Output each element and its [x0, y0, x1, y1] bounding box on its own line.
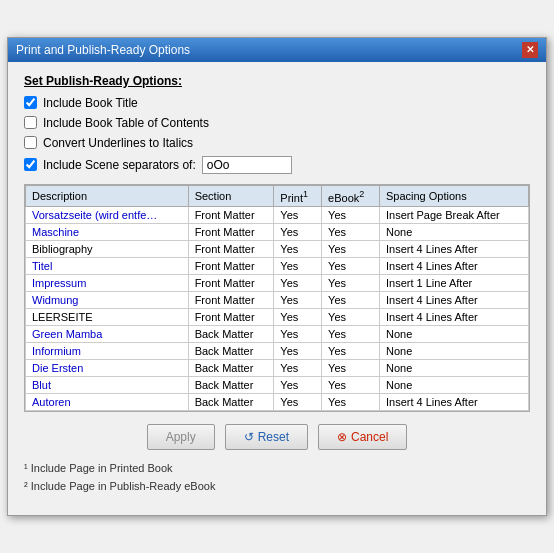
table-body: Vorsatzseite (wird entfe… Front Matter Y… — [26, 207, 529, 411]
dialog-content: Set Publish-Ready Options: Include Book … — [8, 62, 546, 516]
checkbox-include-book-title[interactable] — [24, 96, 37, 109]
cell-print: Yes — [274, 292, 322, 309]
cell-description: Informium — [26, 343, 189, 360]
checkbox-include-toc[interactable] — [24, 116, 37, 129]
col-header-spacing: Spacing Options — [379, 185, 528, 207]
col-header-section: Section — [188, 185, 274, 207]
cell-section: Front Matter — [188, 207, 274, 224]
cancel-icon: ⊗ — [337, 430, 347, 444]
options-table-container: Description Section Print1 eBook2 Spacin… — [24, 184, 530, 413]
cell-spacing: Insert 4 Lines After — [379, 394, 528, 411]
cell-spacing: None — [379, 377, 528, 394]
cell-section: Front Matter — [188, 309, 274, 326]
cell-ebook: Yes — [322, 207, 380, 224]
apply-button[interactable]: Apply — [147, 424, 215, 450]
cell-print: Yes — [274, 275, 322, 292]
checkbox-convert-underlines[interactable] — [24, 136, 37, 149]
cell-ebook: Yes — [322, 292, 380, 309]
cell-print: Yes — [274, 360, 322, 377]
reset-button[interactable]: ↺ Reset — [225, 424, 308, 450]
cell-ebook: Yes — [322, 360, 380, 377]
cell-print: Yes — [274, 309, 322, 326]
cell-description: Impressum — [26, 275, 189, 292]
cell-print: Yes — [274, 241, 322, 258]
close-button[interactable]: ✕ — [522, 42, 538, 58]
separator-label: Include Scene separators of: — [43, 158, 196, 172]
cell-spacing: None — [379, 326, 528, 343]
cell-ebook: Yes — [322, 326, 380, 343]
table-row[interactable]: Autoren Back Matter Yes Yes Insert 4 Lin… — [26, 394, 529, 411]
table-row[interactable]: LEERSEITE Front Matter Yes Yes Insert 4 … — [26, 309, 529, 326]
cell-section: Back Matter — [188, 360, 274, 377]
cell-spacing: Insert 4 Lines After — [379, 241, 528, 258]
table-row[interactable]: Bibliography Front Matter Yes Yes Insert… — [26, 241, 529, 258]
options-table: Description Section Print1 eBook2 Spacin… — [25, 185, 529, 412]
cell-ebook: Yes — [322, 224, 380, 241]
cell-ebook: Yes — [322, 377, 380, 394]
cell-spacing: None — [379, 224, 528, 241]
cell-section: Back Matter — [188, 326, 274, 343]
cell-section: Front Matter — [188, 258, 274, 275]
cell-print: Yes — [274, 326, 322, 343]
cell-print: Yes — [274, 224, 322, 241]
cell-ebook: Yes — [322, 309, 380, 326]
dialog-window: Print and Publish-Ready Options ✕ Set Pu… — [7, 37, 547, 517]
table-row[interactable]: Vorsatzseite (wird entfe… Front Matter Y… — [26, 207, 529, 224]
reset-label: Reset — [258, 430, 289, 444]
cell-spacing: None — [379, 343, 528, 360]
table-row[interactable]: Green Mamba Back Matter Yes Yes None — [26, 326, 529, 343]
table-row[interactable]: Informium Back Matter Yes Yes None — [26, 343, 529, 360]
cell-description: Titel — [26, 258, 189, 275]
cell-description: Maschine — [26, 224, 189, 241]
cell-ebook: Yes — [322, 275, 380, 292]
table-row[interactable]: Titel Front Matter Yes Yes Insert 4 Line… — [26, 258, 529, 275]
reset-icon: ↺ — [244, 430, 254, 444]
cell-ebook: Yes — [322, 394, 380, 411]
cell-section: Front Matter — [188, 241, 274, 258]
cell-print: Yes — [274, 207, 322, 224]
cell-spacing: None — [379, 360, 528, 377]
cell-section: Back Matter — [188, 343, 274, 360]
cell-section: Back Matter — [188, 377, 274, 394]
cell-spacing: Insert Page Break After — [379, 207, 528, 224]
buttons-row: Apply ↺ Reset ⊗ Cancel — [24, 424, 530, 450]
cell-ebook: Yes — [322, 241, 380, 258]
cell-description: Blut — [26, 377, 189, 394]
separator-input[interactable] — [202, 156, 292, 174]
table-row[interactable]: Die Ersten Back Matter Yes Yes None — [26, 360, 529, 377]
footnote-2: ² Include Page in Publish-Ready eBook — [24, 478, 530, 496]
table-row[interactable]: Blut Back Matter Yes Yes None — [26, 377, 529, 394]
table-header-row: Description Section Print1 eBook2 Spacin… — [26, 185, 529, 207]
cell-ebook: Yes — [322, 258, 380, 275]
table-row[interactable]: Maschine Front Matter Yes Yes None — [26, 224, 529, 241]
cell-print: Yes — [274, 343, 322, 360]
cell-description: Vorsatzseite (wird entfe… — [26, 207, 189, 224]
cell-description: Autoren — [26, 394, 189, 411]
section-title: Set Publish-Ready Options: — [24, 74, 530, 88]
table-row[interactable]: Widmung Front Matter Yes Yes Insert 4 Li… — [26, 292, 529, 309]
cell-spacing: Insert 1 Line After — [379, 275, 528, 292]
cell-spacing: Insert 4 Lines After — [379, 292, 528, 309]
col-header-ebook: eBook2 — [322, 185, 380, 207]
cell-section: Front Matter — [188, 292, 274, 309]
col-header-description: Description — [26, 185, 189, 207]
cell-description: Widmung — [26, 292, 189, 309]
cell-description: Die Ersten — [26, 360, 189, 377]
title-bar-text: Print and Publish-Ready Options — [16, 43, 190, 57]
checkbox-scene-separators[interactable] — [24, 158, 37, 171]
cell-section: Front Matter — [188, 224, 274, 241]
footnote-1: ¹ Include Page in Printed Book — [24, 460, 530, 478]
footnotes: ¹ Include Page in Printed Book ² Include… — [24, 460, 530, 503]
cell-section: Front Matter — [188, 275, 274, 292]
cell-print: Yes — [274, 394, 322, 411]
checkbox-include-book-title-label: Include Book Title — [43, 96, 138, 110]
cancel-label: Cancel — [351, 430, 388, 444]
checkbox-include-toc-label: Include Book Table of Contents — [43, 116, 209, 130]
cell-print: Yes — [274, 377, 322, 394]
cell-section: Back Matter — [188, 394, 274, 411]
checkbox-convert-underlines-label: Convert Underlines to Italics — [43, 136, 193, 150]
cell-ebook: Yes — [322, 343, 380, 360]
table-row[interactable]: Impressum Front Matter Yes Yes Insert 1 … — [26, 275, 529, 292]
cancel-button[interactable]: ⊗ Cancel — [318, 424, 407, 450]
checkbox-include-toc-row: Include Book Table of Contents — [24, 116, 530, 130]
